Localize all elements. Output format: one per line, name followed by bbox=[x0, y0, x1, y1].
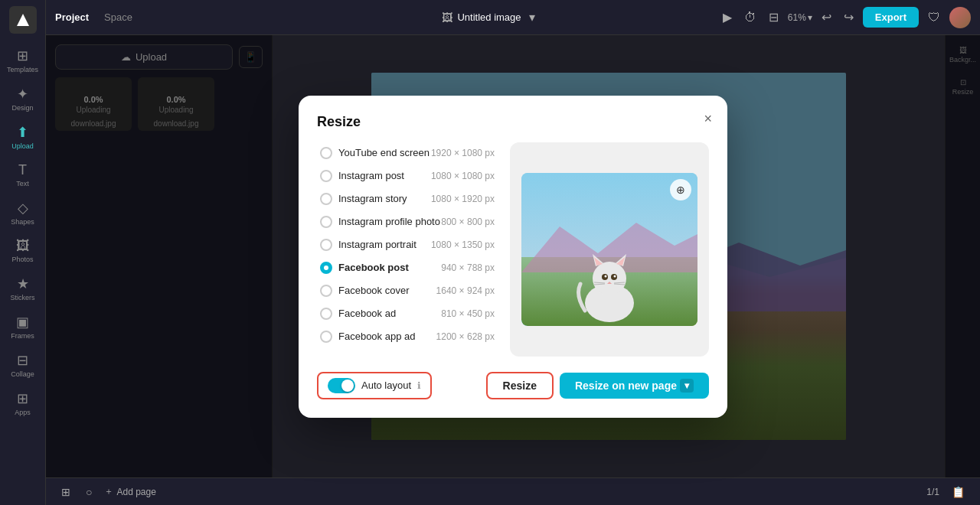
sidebar-item-photos[interactable]: 🖼 Photos bbox=[3, 233, 43, 268]
svg-point-13 bbox=[614, 275, 616, 277]
radio-instagram-portrait[interactable] bbox=[320, 239, 332, 251]
option-facebook-ad[interactable]: Facebook ad 810 × 450 px bbox=[317, 303, 498, 324]
sidebar-item-apps[interactable]: ⊞ Apps bbox=[3, 386, 43, 421]
info-icon[interactable]: ℹ bbox=[417, 380, 421, 391]
radio-facebook-cover[interactable] bbox=[320, 285, 332, 297]
add-page-btn[interactable]: ＋ Add page bbox=[104, 485, 155, 498]
shapes-icon: ◇ bbox=[18, 200, 28, 217]
sidebar-item-templates[interactable]: ⊞ Templates bbox=[3, 43, 43, 78]
upload-icon: ⬆ bbox=[17, 124, 28, 141]
resize-modal: Resize × YouTube end screen 1920 × 1080 … bbox=[299, 96, 727, 418]
app-logo bbox=[9, 6, 37, 34]
option-facebook-app-ad[interactable]: Facebook app ad 1200 × 628 px bbox=[317, 326, 498, 347]
sidebar-item-design[interactable]: ✦ Design bbox=[3, 81, 43, 116]
option-instagram-post[interactable]: Instagram post 1080 × 1080 px bbox=[317, 165, 498, 187]
radio-instagram-story[interactable] bbox=[320, 193, 332, 205]
resize-new-page-button[interactable]: Resize on new page ▾ bbox=[560, 373, 709, 399]
svg-point-12 bbox=[605, 275, 607, 277]
add-page-label: Add page bbox=[116, 487, 155, 497]
radio-instagram-profile[interactable] bbox=[320, 216, 332, 228]
modal-footer: Auto layout ℹ Resize Resize on new page … bbox=[317, 372, 709, 399]
option-instagram-portrait[interactable]: Instagram portrait 1080 × 1350 px bbox=[317, 234, 498, 256]
resize-options-list: YouTube end screen 1920 × 1080 px Instag… bbox=[317, 142, 498, 357]
play-icon[interactable]: ▶ bbox=[720, 7, 735, 28]
shield-icon[interactable]: 🛡 bbox=[925, 8, 943, 28]
modal-body: YouTube end screen 1920 × 1080 px Instag… bbox=[317, 142, 709, 357]
footer-buttons: Resize Resize on new page ▾ bbox=[486, 372, 709, 399]
modal-preview: ⊕ bbox=[510, 142, 709, 357]
add-page-icon: ＋ bbox=[104, 485, 113, 498]
zoom-control[interactable]: 61% ▾ bbox=[788, 12, 812, 23]
option-instagram-profile[interactable]: Instagram profile photo 800 × 800 px bbox=[317, 211, 498, 233]
sidebar-item-frames[interactable]: ▣ Frames bbox=[3, 309, 43, 344]
timer-icon[interactable]: ⏱ bbox=[741, 8, 760, 28]
design-icon: ✦ bbox=[17, 86, 28, 103]
modal-title: Resize bbox=[317, 114, 709, 130]
radio-youtube[interactable] bbox=[320, 147, 332, 159]
undo-button[interactable]: ↩ bbox=[818, 7, 835, 28]
sidebar-item-stickers[interactable]: ★ Stickers bbox=[3, 271, 43, 306]
radio-facebook-ad[interactable] bbox=[320, 308, 332, 320]
topbar: Project Space 🖼 Untitled image ▾ ▶ ⏱ ⊟ 6… bbox=[46, 0, 980, 35]
sidebar-item-text[interactable]: T Text bbox=[3, 158, 43, 192]
stickers-icon: ★ bbox=[17, 275, 29, 292]
modal-close-button[interactable]: × bbox=[704, 111, 712, 127]
space-tab[interactable]: Space bbox=[104, 11, 132, 23]
main-area: Project Space 🖼 Untitled image ▾ ▶ ⏱ ⊟ 6… bbox=[46, 0, 980, 505]
collage-icon: ⊟ bbox=[17, 352, 28, 369]
radio-facebook-post[interactable] bbox=[320, 262, 332, 274]
layout-icon[interactable]: ⊟ bbox=[766, 7, 782, 28]
radio-instagram-post[interactable] bbox=[320, 170, 332, 182]
page-count: 1/1 bbox=[926, 487, 939, 497]
document-title-dropdown[interactable]: ▾ bbox=[526, 7, 538, 28]
toggle-thumb bbox=[341, 380, 354, 392]
sidebar-item-shapes[interactable]: ◇ Shapes bbox=[3, 195, 43, 230]
modal-overlay[interactable]: Resize × YouTube end screen 1920 × 1080 … bbox=[46, 35, 980, 477]
bottom-bar: ⊞ ○ ＋ Add page 1/1 📋 bbox=[46, 477, 980, 505]
redo-button[interactable]: ↪ bbox=[841, 7, 857, 28]
crop-icon[interactable]: ⊕ bbox=[670, 179, 691, 200]
svg-marker-0 bbox=[17, 14, 29, 26]
option-instagram-story[interactable]: Instagram story 1080 × 1920 px bbox=[317, 188, 498, 210]
auto-layout-toggle[interactable] bbox=[328, 378, 355, 393]
sidebar-item-collage[interactable]: ⊟ Collage bbox=[3, 347, 43, 383]
left-sidebar: ⊞ Templates ✦ Design ⬆ Upload T Text ◇ S… bbox=[0, 0, 46, 505]
photos-icon: 🖼 bbox=[16, 238, 30, 254]
doc-type-icon: 🖼 bbox=[442, 11, 452, 24]
resize-button[interactable]: Resize bbox=[486, 372, 554, 399]
topbar-left: Project Space bbox=[55, 11, 132, 23]
circle-icon[interactable]: ○ bbox=[83, 483, 95, 501]
option-facebook-cover[interactable]: Facebook cover 1640 × 924 px bbox=[317, 280, 498, 301]
option-youtube[interactable]: YouTube end screen 1920 × 1080 px bbox=[317, 142, 498, 164]
topbar-right: ▶ ⏱ ⊟ 61% ▾ ↩ ↪ Export 🛡 bbox=[720, 7, 971, 28]
notes-icon[interactable]: 📋 bbox=[949, 483, 968, 501]
export-button[interactable]: Export bbox=[863, 7, 919, 28]
sidebar-item-upload[interactable]: ⬆ Upload bbox=[3, 119, 43, 155]
radio-facebook-app-ad[interactable] bbox=[320, 331, 332, 343]
auto-layout-label: Auto layout bbox=[361, 380, 411, 391]
option-facebook-post[interactable]: Facebook post 940 × 788 px bbox=[317, 257, 498, 279]
content-area: ☁ Upload 📱 0.0% Uploading download.jpg 0… bbox=[46, 35, 980, 477]
grid-view-icon[interactable]: ⊞ bbox=[58, 483, 74, 501]
frames-icon: ▣ bbox=[16, 314, 29, 331]
svg-point-5 bbox=[593, 262, 626, 295]
auto-layout-container: Auto layout ℹ bbox=[317, 372, 432, 399]
apps-icon: ⊞ bbox=[17, 390, 28, 407]
templates-icon: ⊞ bbox=[17, 47, 28, 64]
preview-image: ⊕ bbox=[521, 173, 697, 326]
project-tab[interactable]: Project bbox=[55, 11, 89, 23]
document-title: Untitled image bbox=[457, 11, 521, 23]
user-avatar[interactable] bbox=[949, 7, 971, 28]
resize-new-chevron[interactable]: ▾ bbox=[680, 379, 694, 393]
text-icon: T bbox=[18, 162, 27, 178]
